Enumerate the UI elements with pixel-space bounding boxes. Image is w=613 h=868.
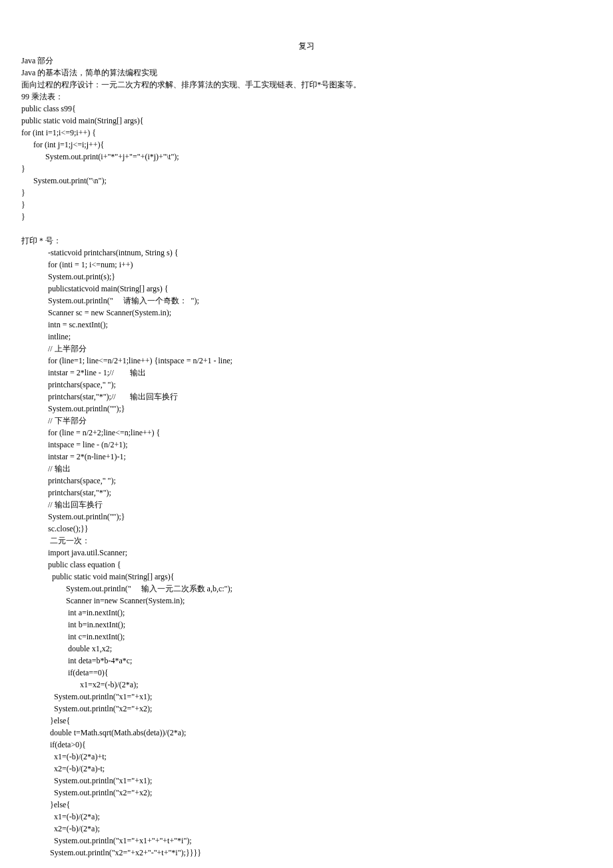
code-line: // 输出回车换行 (21, 499, 592, 511)
code-line: public static void main(String[] args){ (21, 115, 592, 127)
intro-line: 面向过程的程序设计：一元二次方程的求解、排序算法的实现、手工实现链表、打印*号图… (21, 79, 592, 91)
code-line: } (21, 163, 592, 175)
code-line: int c=in.nextInt(); (21, 631, 592, 643)
code-line: double x1,x2; (21, 643, 592, 655)
code-line: Scanner sc = new Scanner(System.in); (21, 307, 592, 319)
code-line: int b=in.nextInt(); (21, 619, 592, 631)
code-line: System.out.println("x1="+x1); (21, 775, 592, 787)
code-line: intstar = 2*line - 1;// 输出 (21, 367, 592, 379)
code-line: public class equation { (21, 559, 592, 571)
code-line: }else{ (21, 799, 592, 811)
intro-line: Java 部分 (21, 55, 592, 67)
code-line: } (21, 187, 592, 199)
code-line: System.out.print(i+"*"+j+"="+(i*j)+"\t")… (21, 151, 592, 163)
intro-line: Java 的基本语法，简单的算法编程实现 (21, 67, 592, 79)
code-line: intn = sc.nextInt(); (21, 319, 592, 331)
code-line: }else{ (21, 715, 592, 727)
code-line: System.out.println("x1="+x1+"+"+t+"*i"); (21, 835, 592, 847)
section-title: 打印＊号： (21, 235, 592, 247)
intro-line: 99 乘法表： (21, 91, 592, 103)
code-line: System.out.println(" 请输入一个奇数： "); (21, 295, 592, 307)
blank-line (21, 223, 592, 235)
page-title: 复习 (21, 40, 592, 52)
section-title: 二元一次： (21, 535, 592, 547)
code-line: x1=(-b)/(2*a)+t; (21, 751, 592, 763)
code-line: for (int i=1;i<=9;i++) { (21, 127, 592, 139)
code-line: intline; (21, 331, 592, 343)
code-line: if(deta==0){ (21, 667, 592, 679)
code-line: publicstaticvoid main(String[] args) { (21, 283, 592, 295)
blank-line (21, 859, 592, 868)
code-line: for (line = n/2+2;line<=n;line++) { (21, 427, 592, 439)
code-line: sc.close();}} (21, 523, 592, 535)
code-line: public class s99{ (21, 103, 592, 115)
code-line: intspace = line - (n/2+1); (21, 439, 592, 451)
code-line: Scanner in=new Scanner(System.in); (21, 595, 592, 607)
code-line: printchars(star,"*"); (21, 487, 592, 499)
code-line: System.out.println(" 输入一元二次系数 a,b,c:"); (21, 583, 592, 595)
code-line: for (int j=1;j<=i;j++){ (21, 139, 592, 151)
code-line: if(deta>0){ (21, 739, 592, 751)
code-line: // 上半部分 (21, 343, 592, 355)
code-line: x1=x2=(-b)/(2*a); (21, 679, 592, 691)
code-line: x2=(-b)/(2*a)-t; (21, 763, 592, 775)
code-line: } (21, 199, 592, 211)
code-line: x1=(-b)/(2*a); (21, 811, 592, 823)
code-line: x2=(-b)/(2*a); (21, 823, 592, 835)
code-line: printchars(star,"*");// 输出回车换行 (21, 391, 592, 403)
code-line: import java.util.Scanner; (21, 547, 592, 559)
code-line: System.out.println("x1="+x1); (21, 691, 592, 703)
code-line: for (line=1; line<=n/2+1;line++) {intspa… (21, 355, 592, 367)
code-line: System.out.print("\n"); (21, 175, 592, 187)
code-line: System.out.println("x2="+x2+"-"+t+"*i");… (21, 847, 592, 859)
code-line: // 下半部分 (21, 415, 592, 427)
code-line: System.out.println("x2="+x2); (21, 703, 592, 715)
page: 复习 Java 部分 Java 的基本语法，简单的算法编程实现 面向过程的程序设… (0, 0, 613, 868)
code-line: for (inti = 1; i<=num; i++) (21, 259, 592, 271)
code-line: int a=in.nextInt(); (21, 607, 592, 619)
code-line: System.out.println("");} (21, 511, 592, 523)
code-line: System.out.println("x2="+x2); (21, 787, 592, 799)
code-line: -staticvoid printchars(intnum, String s)… (21, 247, 592, 259)
code-line: System.out.print(s);} (21, 271, 592, 283)
code-line: // 输出 (21, 463, 592, 475)
code-line: printchars(space," "); (21, 475, 592, 487)
code-line: double t=Math.sqrt(Math.abs(deta))/(2*a)… (21, 727, 592, 739)
code-line: System.out.println("");} (21, 403, 592, 415)
code-line: } (21, 211, 592, 223)
code-line: public static void main(String[] args){ (21, 571, 592, 583)
code-line: intstar = 2*(n-line+1)-1; (21, 451, 592, 463)
code-line: printchars(space," "); (21, 379, 592, 391)
code-line: int deta=b*b-4*a*c; (21, 655, 592, 667)
